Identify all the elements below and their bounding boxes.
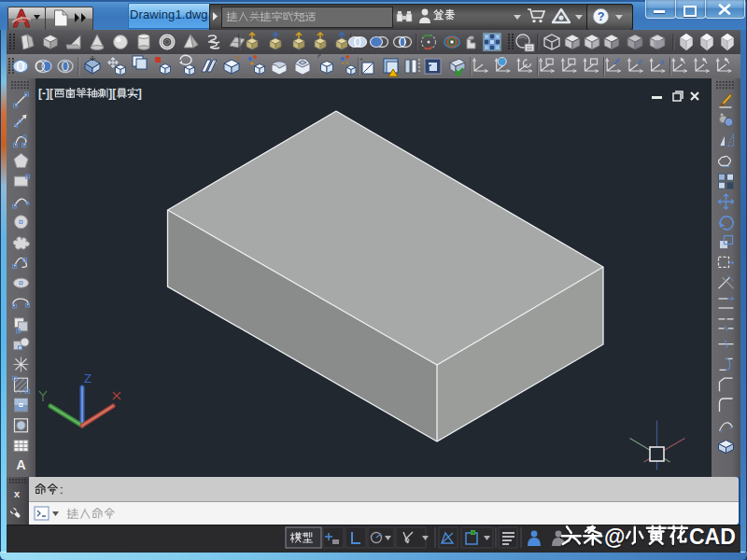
svg-text:Z: Z [84,371,92,385]
svg-text:[-][: [-][ [38,87,53,100]
svg-text:?: ? [598,10,605,23]
svg-text:]: ] [138,87,142,100]
svg-text:][: ][ [108,87,116,100]
svg-text::: : [60,483,63,497]
svg-text:CAD: CAD [689,525,736,549]
svg-text:3: 3 [660,58,665,66]
svg-text:@: @ [604,525,625,549]
svg-text:x: x [14,488,21,499]
svg-text:Z: Z [638,58,642,66]
svg-text:A: A [16,457,25,472]
